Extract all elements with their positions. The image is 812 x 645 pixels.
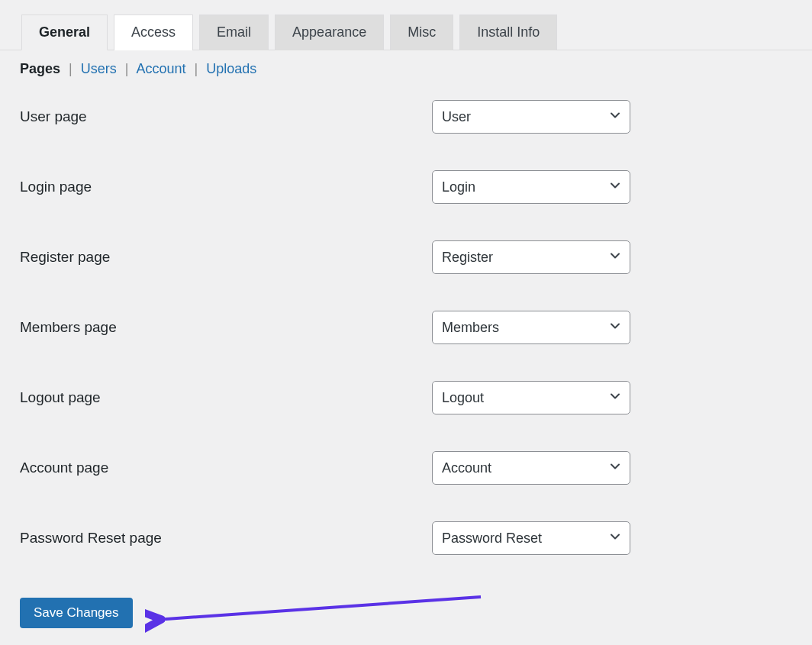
subnav-separator: | bbox=[195, 61, 198, 76]
select-register-page[interactable]: Register bbox=[432, 240, 630, 274]
select-logout-page[interactable]: Logout bbox=[432, 381, 630, 414]
row-account-page: Account page Account bbox=[20, 451, 812, 485]
label-password-reset-page: Password Reset page bbox=[20, 530, 432, 547]
settings-tabs: General Access Email Appearance Misc Ins… bbox=[0, 0, 812, 50]
subnav-users[interactable]: Users bbox=[81, 61, 117, 76]
select-account-page-wrap: Account bbox=[432, 451, 630, 485]
select-login-page-wrap: Login bbox=[432, 170, 630, 204]
label-register-page: Register page bbox=[20, 249, 432, 266]
row-logout-page: Logout page Logout bbox=[20, 381, 812, 414]
tab-appearance[interactable]: Appearance bbox=[275, 15, 384, 50]
subnav-account[interactable]: Account bbox=[137, 61, 186, 76]
row-members-page: Members page Members bbox=[20, 311, 812, 344]
tab-general[interactable]: General bbox=[21, 15, 108, 50]
label-account-page: Account page bbox=[20, 460, 432, 476]
row-password-reset-page: Password Reset page Password Reset bbox=[20, 521, 812, 555]
tab-install-info[interactable]: Install Info bbox=[459, 15, 557, 50]
tab-email[interactable]: Email bbox=[199, 15, 269, 50]
row-register-page: Register page Register bbox=[20, 240, 812, 274]
svg-line-0 bbox=[156, 597, 481, 620]
select-register-page-wrap: Register bbox=[432, 240, 630, 274]
label-user-page: User page bbox=[20, 108, 432, 125]
row-login-page: Login page Login bbox=[20, 170, 812, 204]
select-user-page-wrap: User bbox=[432, 100, 630, 134]
tab-misc[interactable]: Misc bbox=[390, 15, 453, 50]
subnav-separator: | bbox=[69, 61, 72, 76]
select-account-page[interactable]: Account bbox=[432, 451, 630, 485]
subnav-uploads[interactable]: Uploads bbox=[206, 61, 256, 76]
subnav-pages[interactable]: Pages bbox=[20, 61, 60, 76]
subnav-separator: | bbox=[125, 61, 129, 76]
row-user-page: User page User bbox=[20, 100, 812, 134]
select-members-page[interactable]: Members bbox=[432, 311, 630, 344]
select-password-reset-page[interactable]: Password Reset bbox=[432, 521, 630, 555]
sub-nav: Pages | Users | Account | Uploads bbox=[0, 50, 812, 77]
label-logout-page: Logout page bbox=[20, 389, 432, 406]
settings-form: User page User Login page Login Register… bbox=[0, 77, 812, 555]
select-user-page[interactable]: User bbox=[432, 100, 630, 134]
label-members-page: Members page bbox=[20, 319, 432, 336]
select-logout-page-wrap: Logout bbox=[432, 381, 630, 414]
annotation-arrow-icon bbox=[145, 589, 496, 643]
select-members-page-wrap: Members bbox=[432, 311, 630, 344]
save-button[interactable]: Save Changes bbox=[20, 598, 133, 628]
tab-access[interactable]: Access bbox=[114, 15, 193, 50]
select-password-reset-page-wrap: Password Reset bbox=[432, 521, 630, 555]
select-login-page[interactable]: Login bbox=[432, 170, 630, 204]
label-login-page: Login page bbox=[20, 179, 432, 195]
